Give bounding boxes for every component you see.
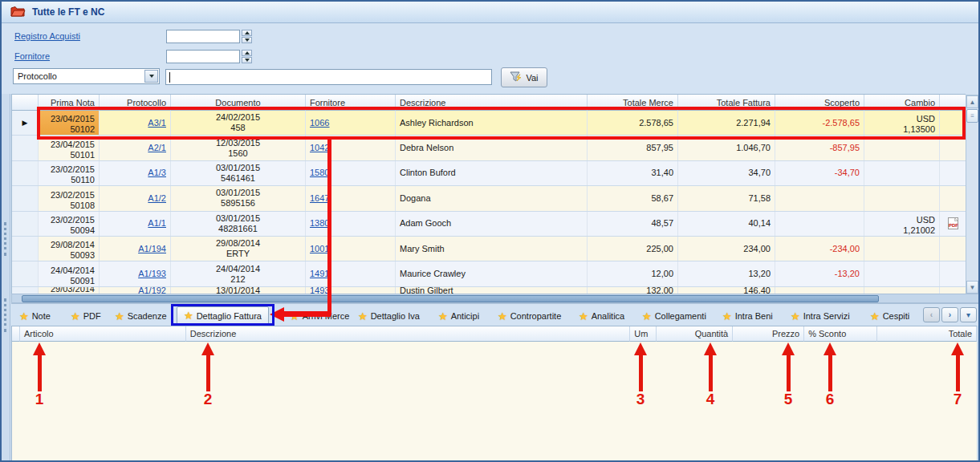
fornitore-code-link[interactable]: 1066 (310, 118, 329, 128)
cell-totale-merce: 58,67 (588, 186, 678, 210)
tab-label: Intra Servizi (803, 311, 850, 321)
tab-scadenze[interactable]: ★Scadenze (115, 309, 167, 323)
protocollo-link[interactable]: A1/194 (138, 244, 166, 254)
invoice-row[interactable]: ▶ 23/04/201550102 A3/1 24/02/2015458 106… (12, 111, 966, 136)
left-splitter[interactable] (2, 94, 10, 462)
detail-header-totale[interactable]: Totale (877, 326, 977, 342)
tab-expand-icon[interactable]: ▾ (960, 307, 977, 322)
protocollo-link[interactable]: A1/193 (138, 269, 166, 279)
pdf-file-icon[interactable]: PDF (948, 217, 958, 229)
cell-scoperto: -2.578,65 (775, 111, 864, 135)
spin-up-icon[interactable] (242, 50, 252, 56)
invoice-row[interactable]: ▶ 23/02/201550108 A1/2 03/01/20155895156… (12, 186, 966, 211)
detail-header-prezzo[interactable]: Prezzo (733, 326, 804, 342)
scroll-up-icon[interactable]: ▲ (966, 95, 978, 108)
tab-scroll-right-icon[interactable]: › (941, 307, 958, 322)
tab-intra-servizi[interactable]: ★Intra Servizi (791, 309, 850, 323)
fornitore-code-link[interactable]: 1580 (310, 168, 329, 178)
cell-totale-merce: 2.578,65 (588, 111, 678, 135)
spin-down-icon[interactable] (242, 57, 252, 63)
fornitore-spinner[interactable] (242, 50, 252, 63)
header-scoperto[interactable]: Scoperto (775, 95, 864, 111)
protocollo-link[interactable]: A2/1 (148, 143, 166, 153)
invoice-row[interactable]: ▶ 24/04/201450091 A1/193 24/04/2014212 1… (12, 261, 966, 286)
fornitore-code-link[interactable]: 1647 (310, 193, 329, 204)
cell-protocollo: A1/2 (100, 186, 171, 210)
invoice-table-vscrollbar[interactable]: ▲ ≡ ▼ (966, 95, 979, 294)
tab-pdf[interactable]: ★PDF (71, 309, 101, 323)
cell-protocollo: A3/1 (100, 111, 171, 135)
registro-acquisti-spinner[interactable] (242, 30, 252, 43)
tab-intra-beni[interactable]: ★Intra Beni (722, 309, 773, 323)
tab-cespiti[interactable]: ★Cespiti (870, 309, 909, 323)
tab-analitica[interactable]: ★Analitica (579, 309, 624, 323)
invoice-table-hscrollbar[interactable] (11, 294, 979, 303)
protocollo-link[interactable]: A1/2 (148, 193, 166, 204)
invoice-row[interactable]: ▶ 23/02/201550094 A1/1 03/01/20154828166… (12, 212, 966, 237)
hscroll-thumb[interactable] (22, 295, 879, 302)
spin-down-icon[interactable] (242, 37, 252, 43)
fornitore-code-link[interactable]: 1380 (310, 218, 329, 229)
vai-button-label: Vai (526, 73, 538, 83)
tab-label: Cespiti (883, 311, 910, 321)
tab-contropartite[interactable]: ★Contropartite (498, 309, 561, 323)
cell-cambio (864, 237, 940, 261)
invoice-row[interactable]: ▶ 23/04/201550101 A2/1 12/03/20151560 10… (12, 136, 966, 160)
search-input[interactable] (165, 69, 492, 85)
header-fornitore[interactable]: Fornitore (306, 95, 396, 111)
header-protocollo[interactable]: Protocollo (100, 95, 171, 111)
vai-button[interactable]: Vai (501, 67, 547, 87)
invoice-row[interactable]: ▶ 29/08/201450093 A1/194 29/08/2014ERTY … (12, 237, 966, 261)
header-documento[interactable]: Documento (171, 95, 306, 111)
tab-note[interactable]: ★Note (19, 309, 51, 323)
invoice-row[interactable]: ▶ 23/02/201550110 A1/3 03/01/20155461461… (12, 161, 966, 186)
tab-arrivi-merce[interactable]: ★Arrivi Merce (290, 309, 349, 323)
tab-dettaglio-fattura[interactable]: ★Dettaglio Fattura (177, 306, 269, 325)
spin-up-icon[interactable] (242, 30, 252, 36)
fornitore-input[interactable] (166, 50, 240, 63)
detail-header-sconto[interactable]: % Sconto (804, 326, 877, 342)
cell-descrizione: Adam Gooch (396, 212, 588, 236)
header-totale-fattura[interactable]: Totale Fattura (678, 95, 775, 111)
registro-acquisti-link[interactable]: Registro Acquisti (14, 31, 80, 41)
header-totale-merce[interactable]: Totale Merce (588, 95, 678, 111)
tab-anticipi[interactable]: ★Anticipi (438, 309, 479, 323)
cell-totale-merce: 48,57 (588, 212, 678, 236)
cell-pdf: PDF (940, 237, 966, 261)
scroll-down-icon[interactable]: ▼ (966, 281, 978, 294)
detail-header-descrizione[interactable]: Descrizione (186, 326, 631, 342)
header-descrizione[interactable]: Descrizione (396, 95, 588, 111)
fornitore-link[interactable]: Fornitore (14, 51, 50, 61)
splitter-grip-icon (4, 222, 7, 256)
fornitore-code-link[interactable]: 1001 (310, 244, 329, 254)
protocollo-link[interactable]: A3/1 (148, 118, 166, 128)
protocollo-link[interactable]: A1/1 (148, 218, 166, 229)
fornitore-code-link[interactable]: 1491 (310, 269, 329, 279)
star-icon: ★ (438, 311, 448, 322)
fornitore-code-link[interactable]: 1042 (310, 143, 329, 153)
star-icon: ★ (791, 311, 800, 322)
cell-documento: 24/04/2014212 (171, 261, 306, 286)
cell-prima-nota: 29/08/201450093 (39, 237, 100, 261)
detail-header-quantita[interactable]: Quantità (657, 326, 733, 342)
header-cambio[interactable]: Cambio (864, 95, 940, 111)
search-field-dropdown[interactable]: Protocollo (13, 68, 160, 84)
title-bar: Tutte le FT e NC (2, 2, 978, 23)
tab-collegamenti[interactable]: ★Collegamenti (642, 309, 706, 323)
vscroll-thumb[interactable]: ≡ (966, 109, 978, 123)
cell-fornitore: 1491 (306, 261, 396, 286)
chevron-down-icon[interactable] (144, 70, 158, 83)
tab-label: Analitica (592, 311, 625, 321)
header-prima-nota[interactable]: Prima Nota (39, 95, 100, 111)
detail-header-articolo[interactable]: Articolo (20, 326, 186, 342)
star-icon: ★ (870, 311, 880, 322)
protocollo-link[interactable]: A1/3 (148, 168, 166, 178)
registro-acquisti-input[interactable] (166, 30, 240, 43)
detail-header-um[interactable]: Um (630, 326, 657, 342)
tab-dettaglio-iva[interactable]: ★Dettaglio Iva (358, 309, 420, 323)
cell-scoperto: -234,00 (775, 237, 864, 261)
star-icon: ★ (579, 311, 588, 322)
cell-prima-nota: 24/04/201450091 (39, 261, 100, 286)
star-icon: ★ (358, 311, 368, 322)
tab-scroll-left-icon[interactable]: ‹ (923, 307, 940, 322)
